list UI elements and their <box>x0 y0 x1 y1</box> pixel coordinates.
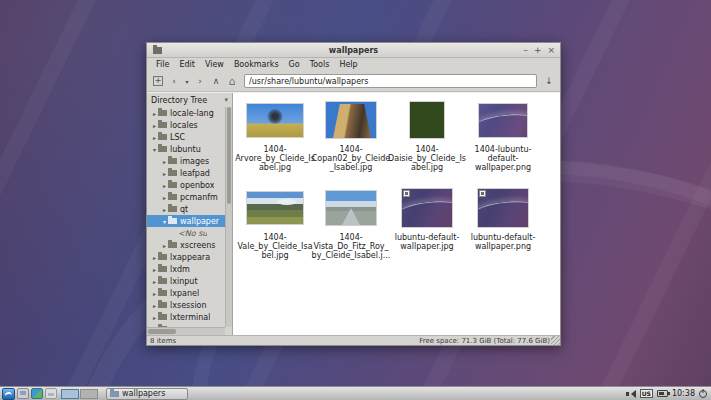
emblem-icon <box>479 190 486 197</box>
tree-item-locales[interactable]: ▸locales <box>147 119 225 131</box>
home-icon: ⌂ <box>229 75 236 88</box>
close-button[interactable]: × <box>547 46 555 55</box>
file-item[interactable]: 1404-Vista_Do_Fitz_Roy_by_Cleide_Isabel.… <box>313 186 389 274</box>
scrollbar-thumb[interactable] <box>227 107 231 204</box>
start-menu-button[interactable] <box>2 388 15 400</box>
keyboard-layout-indicator[interactable]: US <box>640 389 653 398</box>
menu-item-bookmarks[interactable]: Bookmarks <box>229 60 284 69</box>
file-item[interactable]: 1404-lubuntu-default-wallpaper.png <box>465 98 541 186</box>
expander-closed-icon[interactable]: ▸ <box>161 242 168 249</box>
expander-closed-icon[interactable]: ▸ <box>151 290 158 297</box>
tree-item-pcmanfm[interactable]: ▸pcmanfm <box>147 191 225 203</box>
menu-item-go[interactable]: Go <box>284 60 305 69</box>
new-tab-button[interactable]: + <box>151 74 165 89</box>
folder-icon <box>158 278 167 284</box>
jump-to-button[interactable]: ↓ <box>542 74 556 89</box>
tree-item-lxpanel[interactable]: ▸lxpanel <box>147 287 225 299</box>
web-browser-launcher-icon[interactable] <box>31 388 43 399</box>
battery-icon[interactable] <box>657 390 668 397</box>
volume-icon[interactable] <box>626 390 636 398</box>
tree-item-lxdm[interactable]: ▸lxdm <box>147 263 225 275</box>
tree-item-lubuntu[interactable]: ▾lubuntu <box>147 143 225 155</box>
folder-icon <box>110 391 119 397</box>
expander-closed-icon[interactable]: ▸ <box>151 266 158 273</box>
volume-wave-icon <box>631 391 636 397</box>
expander-open-icon[interactable]: ▾ <box>161 218 168 225</box>
tree-item-openbox[interactable]: ▸openbox <box>147 179 225 191</box>
show-desktop-button[interactable] <box>45 388 57 399</box>
menu-item-view[interactable]: View <box>200 60 229 69</box>
tree-item-lxsession[interactable]: ▸lxsession <box>147 299 225 311</box>
home-button[interactable]: ⌂ <box>225 74 239 89</box>
file-item[interactable]: lubuntu-default-wallpaper.jpg <box>389 186 465 274</box>
menu-item-file[interactable]: File <box>151 60 174 69</box>
tree-item-lsc[interactable]: ▸LSC <box>147 131 225 143</box>
resize-grip[interactable] <box>551 336 560 345</box>
minimize-button[interactable]: – <box>523 46 528 55</box>
tree-item-lxinput[interactable]: ▸lxinput <box>147 275 225 287</box>
chevron-down-icon: ▾ <box>185 78 188 85</box>
workspace-1[interactable] <box>61 389 79 399</box>
path-input[interactable] <box>244 74 537 88</box>
sidebar-mode-select[interactable]: Directory Tree ▾ <box>147 93 232 107</box>
forward-button[interactable]: › <box>193 74 207 89</box>
expander-closed-icon[interactable]: ▸ <box>151 314 158 321</box>
tree-item-label: leafpad <box>180 169 210 178</box>
file-manager-launcher-icon[interactable] <box>17 388 29 399</box>
down-arrow-icon: ↓ <box>545 76 553 86</box>
sidebar-horizontal-scrollbar[interactable] <box>147 327 225 335</box>
file-name: 1404-Copan02_by_Cleide_Isabel.jpg <box>312 145 390 172</box>
expander-closed-icon[interactable]: ▸ <box>161 206 168 213</box>
expander-closed-icon[interactable]: ▸ <box>161 182 168 189</box>
workspace-2[interactable] <box>80 389 98 399</box>
expander-closed-icon[interactable]: ▸ <box>151 122 158 129</box>
expander-closed-icon[interactable]: ▸ <box>151 254 158 261</box>
wallpaper-thumbnail <box>247 192 303 224</box>
menu-item-tools[interactable]: Tools <box>305 60 335 69</box>
tree-item-qt[interactable]: ▸qt <box>147 203 225 215</box>
file-item[interactable]: 1404-Daisie_by_Cleide_Isabel.jpg <box>389 98 465 186</box>
titlebar[interactable]: wallpapers – + × <box>147 43 560 58</box>
expander-closed-icon[interactable]: ▸ <box>161 158 168 165</box>
file-item[interactable]: lubuntu-default-wallpaper.png <box>465 186 541 274</box>
clock[interactable]: 10:38 <box>672 389 695 398</box>
file-name: 1404-Vale_by_Cleide_Isabel.jpg <box>237 233 312 260</box>
wallpaper-thumbnail <box>479 104 527 137</box>
menu-item-edit[interactable]: Edit <box>174 60 200 69</box>
expander-closed-icon[interactable]: ▸ <box>151 278 158 285</box>
up-button[interactable]: ∧ <box>209 74 223 89</box>
wallpaper-thumbnail <box>402 189 452 227</box>
back-icon: ‹ <box>172 76 176 86</box>
expander-closed-icon[interactable]: ▸ <box>151 134 158 141</box>
tree-item-wallpaper[interactable]: ▾wallpaper <box>147 215 225 227</box>
history-dropdown-button[interactable]: ▾ <box>183 74 191 89</box>
folder-icon <box>168 158 177 164</box>
menu-item-help[interactable]: Help <box>334 60 362 69</box>
file-list: 1404-Arvore_by_Cleide_Isabel.jpg1404-Cop… <box>233 93 560 335</box>
expander-closed-icon[interactable]: ▸ <box>161 170 168 177</box>
tree-item-images[interactable]: ▸images <box>147 155 225 167</box>
file-item[interactable]: 1404-Arvore_by_Cleide_Isabel.jpg <box>237 98 313 186</box>
tree-item-leafpad[interactable]: ▸leafpad <box>147 167 225 179</box>
tree-item-label: lubuntu <box>170 145 201 154</box>
expander-closed-icon[interactable]: ▸ <box>151 302 158 309</box>
expander-closed-icon[interactable]: ▸ <box>161 194 168 201</box>
tree-item-lxappeara[interactable]: ▸lxappeara <box>147 251 225 263</box>
expander-open-icon[interactable]: ▾ <box>151 146 158 153</box>
tree-item-xscreens[interactable]: ▸xscreens <box>147 239 225 251</box>
file-item[interactable]: 1404-Vale_by_Cleide_Isabel.jpg <box>237 186 313 274</box>
back-button[interactable]: ‹ <box>167 74 181 89</box>
file-item[interactable]: 1404-Copan02_by_Cleide_Isabel.jpg <box>313 98 389 186</box>
expander-closed-icon[interactable]: ▸ <box>151 110 158 117</box>
tree-item-locale-lang[interactable]: ▸locale-lang <box>147 107 225 119</box>
taskbar-window-button[interactable]: wallpapers <box>106 388 188 400</box>
scrollbar-thumb[interactable] <box>148 329 176 334</box>
file-manager-window: wallpapers – + × FileEditViewBookmarksGo… <box>146 42 561 346</box>
tree-item-lxterminal[interactable]: ▸lxterminal <box>147 311 225 323</box>
maximize-button[interactable]: + <box>534 46 542 55</box>
power-icon[interactable] <box>699 390 707 398</box>
sidebar-vertical-scrollbar[interactable] <box>225 107 232 327</box>
tree-item-no-su[interactable]: <No su <box>147 227 225 239</box>
emblem-icon <box>403 190 410 197</box>
file-name: 1404-Daisie_by_Cleide_Isabel.jpg <box>388 145 466 172</box>
